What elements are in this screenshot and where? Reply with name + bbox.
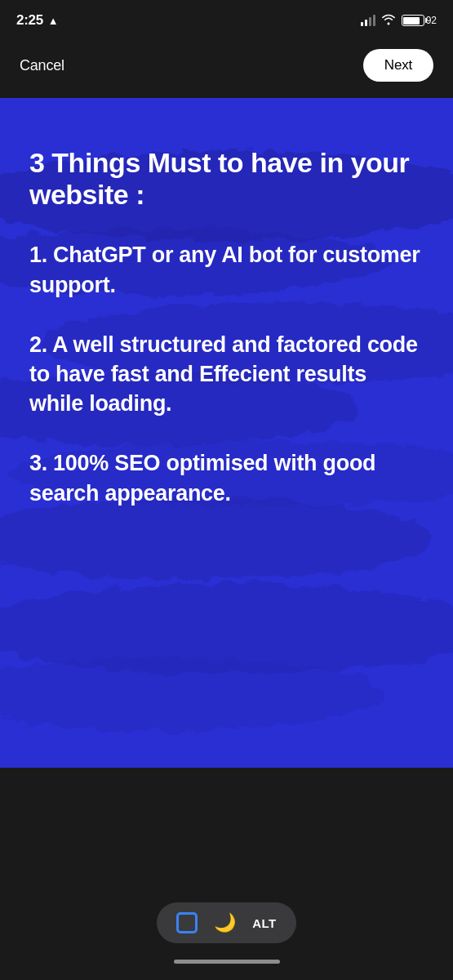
square-icon xyxy=(176,912,198,933)
status-right: 92 xyxy=(361,14,437,28)
card-heading: 3 Things Must to have in your website : xyxy=(29,147,424,211)
toolbar-pill: 🌙 ALT xyxy=(157,902,296,943)
alt-label: ALT xyxy=(252,916,277,930)
content-card: 3 Things Must to have in your website : … xyxy=(0,98,453,768)
signal-bar-2 xyxy=(365,20,367,26)
wifi-icon xyxy=(381,14,396,28)
moon-button[interactable]: 🌙 xyxy=(214,912,236,933)
status-bar: 2:25 ▲ 92 xyxy=(0,0,453,41)
card-body: 1. ChatGPT or any AI bot for customer su… xyxy=(29,240,424,508)
status-left: 2:25 ▲ xyxy=(16,12,59,29)
card-content: 3 Things Must to have in your website : … xyxy=(0,98,453,541)
signal-bar-1 xyxy=(361,22,363,26)
nav-bar: Cancel Next xyxy=(0,41,453,90)
battery-container: 92 xyxy=(402,15,437,26)
battery-box xyxy=(402,15,424,26)
home-indicator xyxy=(174,960,280,964)
next-button[interactable]: Next xyxy=(363,49,433,82)
signal-bar-4 xyxy=(373,15,375,26)
square-button[interactable] xyxy=(176,912,198,933)
status-time: 2:25 xyxy=(16,12,43,29)
signal-bar-3 xyxy=(369,17,371,26)
bottom-area: 🌙 ALT xyxy=(0,768,453,980)
signal-bars xyxy=(361,15,375,26)
alt-button[interactable]: ALT xyxy=(252,916,277,930)
moon-icon: 🌙 xyxy=(214,912,236,933)
battery-fill xyxy=(403,17,420,24)
cancel-button[interactable]: Cancel xyxy=(20,57,64,74)
location-icon: ▲ xyxy=(48,15,59,27)
battery-text: 92 xyxy=(426,15,437,26)
